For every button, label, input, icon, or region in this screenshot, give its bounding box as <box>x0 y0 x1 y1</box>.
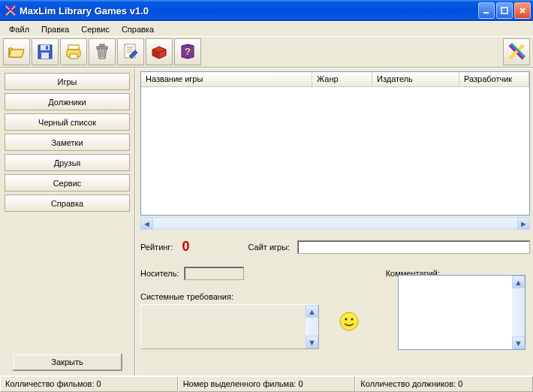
svg-point-21 <box>351 318 353 320</box>
maximize-button[interactable] <box>496 2 513 19</box>
menu-edit[interactable]: Правка <box>35 23 75 35</box>
scroll-right-icon[interactable]: ► <box>517 217 530 230</box>
sidebar: Игры Должники Черный список Заметки Друз… <box>0 68 135 375</box>
column-genre[interactable]: Жанр <box>312 72 372 87</box>
comment-field[interactable]: ▲ ▼ <box>398 275 525 350</box>
main-panel: Название игры Жанр Издатель Разработчик … <box>135 68 533 375</box>
minimize-button[interactable] <box>478 2 495 19</box>
svg-rect-0 <box>483 12 489 14</box>
menu-service[interactable]: Сервис <box>75 23 116 35</box>
print-button[interactable] <box>60 38 87 65</box>
help-button[interactable]: ? <box>174 38 201 65</box>
media-label: Носитель: <box>140 269 179 278</box>
svg-line-11 <box>100 50 101 57</box>
menu-file[interactable]: Файл <box>3 23 35 35</box>
scroll-left-icon[interactable]: ◄ <box>140 217 153 230</box>
scroll-down-icon[interactable]: ▼ <box>306 336 318 348</box>
menu-help[interactable]: Справка <box>116 23 160 35</box>
save-button[interactable] <box>32 38 59 65</box>
table-hscroll[interactable]: ◄ ► <box>140 217 530 230</box>
scroll-down-icon[interactable]: ▼ <box>512 336 525 349</box>
smiley-icon <box>339 311 360 332</box>
title-bar: MaxLim Library Games v1.0 <box>0 0 533 21</box>
rating-value: 0 <box>182 239 189 255</box>
toolbar: ? <box>0 36 533 68</box>
details-panel: Рейтинг: 0 Сайт игры: Носитель: Коммента… <box>140 230 530 375</box>
client-area: Игры Должники Черный список Заметки Друз… <box>0 68 533 375</box>
media-field <box>184 267 244 280</box>
svg-point-20 <box>345 318 347 320</box>
svg-rect-1 <box>501 8 507 14</box>
logo-button[interactable] <box>503 38 530 65</box>
sysreq-field[interactable]: ▲ ▼ <box>140 304 319 349</box>
svg-rect-3 <box>41 45 50 50</box>
games-table[interactable]: Название игры Жанр Издатель Разработчик <box>140 71 530 216</box>
site-field[interactable] <box>297 240 530 254</box>
sidebar-item-games[interactable]: Игры <box>5 73 130 90</box>
open-button[interactable] <box>3 38 30 65</box>
sidebar-item-service[interactable]: Сервис <box>5 174 130 191</box>
sysreq-vscroll[interactable]: ▲ ▼ <box>306 305 318 348</box>
svg-rect-5 <box>46 46 48 50</box>
svg-rect-10 <box>100 44 104 47</box>
close-button[interactable]: Закрыть <box>12 353 122 371</box>
app-icon <box>5 5 17 17</box>
svg-rect-4 <box>41 53 49 59</box>
sidebar-item-help[interactable]: Справка <box>5 194 130 212</box>
svg-rect-8 <box>70 54 77 59</box>
table-header: Название игры Жанр Издатель Разработчик <box>141 72 529 87</box>
sidebar-item-friends[interactable]: Друзья <box>5 154 130 171</box>
status-debtors-count: Колличество должников: 0 <box>355 376 533 392</box>
menu-bar: Файл Правка Сервис Справка <box>0 21 533 36</box>
box-button[interactable] <box>146 38 173 65</box>
column-name[interactable]: Название игры <box>141 72 312 87</box>
sidebar-item-notes[interactable]: Заметки <box>5 134 130 151</box>
status-bar: Колличество фильмов: 0 Номер выделенного… <box>0 375 533 392</box>
sidebar-item-debtors[interactable]: Должники <box>5 93 130 110</box>
site-label: Сайт игры: <box>248 243 290 252</box>
svg-rect-6 <box>68 45 79 50</box>
svg-text:?: ? <box>185 46 191 57</box>
column-developer[interactable]: Разработчик <box>459 72 529 87</box>
status-films-count: Колличество фильмов: 0 <box>0 376 178 392</box>
scroll-up-icon[interactable]: ▲ <box>512 276 525 288</box>
status-selected-film: Номер выделенного фильма: 0 <box>178 376 356 392</box>
sidebar-item-blacklist[interactable]: Черный список <box>5 113 130 131</box>
scroll-up-icon[interactable]: ▲ <box>306 305 318 318</box>
column-publisher[interactable]: Издатель <box>372 72 459 87</box>
edit-button[interactable] <box>117 38 144 65</box>
svg-point-19 <box>340 312 358 330</box>
rating-label: Рейтинг: <box>140 243 173 252</box>
window-title: MaxLim Library Games v1.0 <box>20 5 477 17</box>
delete-button[interactable] <box>89 38 116 65</box>
scroll-track[interactable] <box>153 217 517 230</box>
close-window-button[interactable] <box>514 2 531 19</box>
comment-vscroll[interactable]: ▲ ▼ <box>512 276 525 349</box>
svg-line-13 <box>104 50 105 57</box>
